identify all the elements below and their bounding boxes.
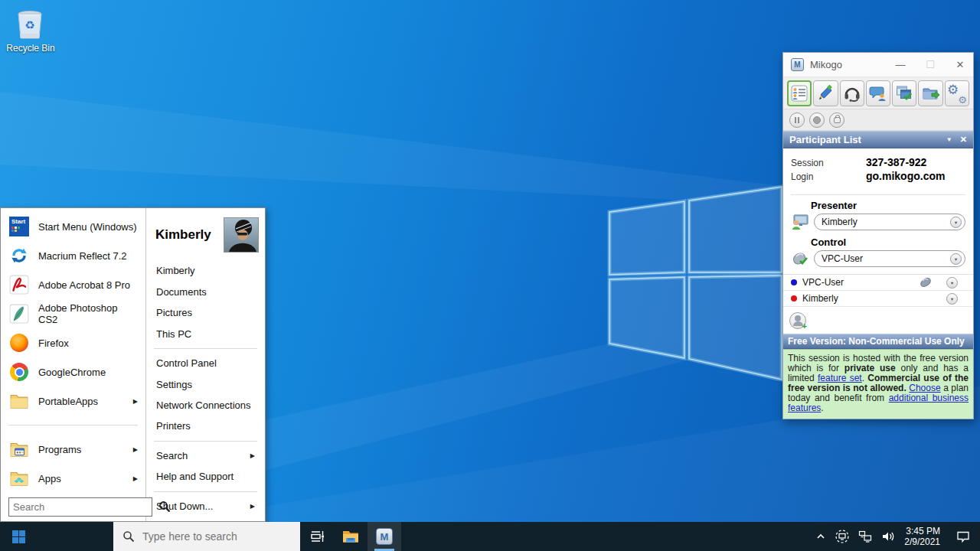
menu-item-firefox[interactable]: Firefox — [1, 328, 145, 357]
start-menu-search-input[interactable] — [8, 497, 152, 517]
presenter-dropdown[interactable]: Kimberly ▼ — [814, 214, 965, 230]
menu-item-google-chrome[interactable]: GoogleChrome — [1, 357, 145, 386]
menu-item-portableapps[interactable]: PortableApps ▶ — [1, 386, 145, 416]
submenu-arrow-icon: ▶ — [133, 398, 138, 405]
participant-row[interactable]: VPC-User ▼ — [783, 275, 973, 291]
menu-item-network-connections[interactable]: Network Connections — [146, 395, 265, 416]
minimize-button[interactable]: — — [895, 59, 906, 70]
pause-button[interactable] — [789, 112, 805, 128]
menu-item-adobe-acrobat[interactable]: Adobe Acrobat 8 Pro — [1, 270, 145, 299]
mikogo-titlebar[interactable]: M Mikogo — ☐ ✕ — [783, 53, 973, 77]
notice-link[interactable]: feature set — [818, 373, 862, 383]
whiteboard-button[interactable] — [813, 80, 838, 106]
chat-button[interactable] — [866, 80, 890, 106]
mikogo-window: M Mikogo — ☐ ✕ — [782, 52, 974, 419]
menu-item-label: Adobe Acrobat 8 Pro — [38, 279, 130, 291]
lock-button[interactable] — [829, 112, 844, 128]
menu-item-label: Settings — [156, 379, 192, 390]
speaker-icon — [880, 529, 896, 544]
menu-item-apps[interactable]: Apps ▶ — [1, 464, 145, 493]
close-panel-icon[interactable]: ✕ — [960, 135, 967, 145]
menu-item-programs[interactable]: Programs ▶ — [1, 435, 145, 464]
menu-item-documents[interactable]: Documents — [146, 281, 265, 302]
menu-item-label: GoogleChrome — [38, 367, 106, 378]
login-url: go.mikogo.com — [866, 170, 945, 182]
submenu-arrow-icon: ▶ — [250, 452, 255, 459]
control-dropdown[interactable]: VPC-User ▼ — [814, 250, 965, 267]
lock-icon — [834, 117, 841, 123]
file-explorer-icon — [341, 527, 360, 546]
voice-conference-button[interactable] — [840, 80, 864, 106]
control-row: VPC-User ▼ — [783, 250, 973, 267]
menu-item-search[interactable]: Search ▶ — [146, 445, 265, 466]
menu-item-settings[interactable]: Settings — [146, 373, 265, 394]
close-button[interactable]: ✕ — [955, 59, 965, 70]
participant-list-button[interactable] — [787, 80, 812, 106]
participant-row[interactable]: Kimberly ▼ — [783, 291, 973, 307]
user-avatar[interactable] — [224, 217, 259, 253]
notice-link[interactable]: Choose — [909, 383, 940, 393]
file-transfer-button[interactable] — [918, 80, 942, 106]
action-center-icon — [956, 529, 971, 544]
menu-item-label: Adobe Photoshop CS2 — [38, 302, 138, 325]
panel-title: Participant List — [789, 134, 861, 145]
menu-item-control-panel[interactable]: Control Panel — [146, 353, 265, 373]
dropdown-arrow-icon[interactable]: ▼ — [950, 253, 962, 265]
action-center-button[interactable] — [946, 522, 980, 551]
task-view-button[interactable] — [300, 522, 334, 551]
dropdown-arrow-icon[interactable]: ▼ — [950, 217, 962, 228]
collapse-panel-icon[interactable]: ▼ — [946, 136, 952, 143]
clock-time: 3:45 PM — [904, 526, 940, 536]
tray-volume-button[interactable] — [877, 522, 900, 551]
file-explorer-button[interactable] — [334, 522, 368, 551]
maximize-button[interactable]: ☐ — [925, 59, 936, 70]
recycle-bin-label: Recycle Bin — [6, 43, 55, 54]
menu-item-pictures[interactable]: Pictures — [146, 302, 265, 323]
tray-expand-button[interactable] — [811, 522, 831, 551]
chrome-icon — [8, 361, 30, 383]
menu-item-shut-down[interactable]: Shut Down... ▶ — [146, 496, 265, 517]
menu-item-help-and-support[interactable]: Help and Support — [146, 466, 265, 487]
menu-item-start-menu-windows[interactable]: Start Start Menu (Windows) — [1, 212, 145, 241]
mikogo-app-icon: M — [791, 58, 804, 71]
window-title: Mikogo — [810, 59, 842, 70]
participant-menu-button[interactable]: ▼ — [946, 293, 958, 305]
menu-item-macrium-reflect[interactable]: Macrium Reflect 7.2 — [1, 241, 145, 270]
tray-network-button[interactable] — [854, 522, 877, 551]
apps-folder-icon — [8, 468, 30, 489]
menu-item-user-folder[interactable]: Kimberly — [146, 260, 265, 281]
mikogo-taskbar-button[interactable]: M — [368, 522, 401, 551]
menu-item-adobe-photoshop[interactable]: Adobe Photoshop CS2 — [1, 299, 145, 328]
application-selection-button[interactable] — [892, 80, 916, 106]
menu-item-label: Printers — [156, 420, 191, 432]
participant-list-icon — [790, 84, 808, 103]
participants-list: VPC-User ▼ Kimberly ▼ — [783, 274, 973, 307]
start-menu: Start Start Menu (Windows) Macrium Refle… — [0, 207, 266, 522]
settings-button[interactable]: ⚙ ⚙ — [945, 80, 969, 106]
photoshop-icon — [8, 303, 30, 324]
user-name: Kimberly — [155, 227, 211, 243]
menu-item-label: PortableApps — [38, 396, 98, 407]
record-button[interactable] — [809, 112, 825, 128]
taskbar-search-box[interactable] — [113, 522, 300, 551]
taskbar-clock[interactable]: 3:45 PM 2/9/2021 — [900, 526, 946, 547]
chevron-up-icon — [815, 530, 827, 543]
tray-mikogo-session-button[interactable] — [831, 522, 854, 551]
start-menu-left-column: Start Start Menu (Windows) Macrium Refle… — [1, 208, 146, 521]
participant-name: VPC-User — [802, 277, 919, 288]
menu-item-label: Firefox — [38, 337, 69, 349]
taskbar: M — [0, 522, 980, 551]
menu-item-printers[interactable]: Printers — [146, 416, 265, 436]
start-button[interactable] — [0, 522, 37, 551]
voice-headset-icon — [843, 84, 861, 103]
macrium-reflect-icon — [8, 245, 30, 266]
participant-menu-button[interactable]: ▼ — [946, 277, 958, 289]
taskbar-search-input[interactable] — [142, 530, 280, 543]
presenter-icon — [791, 214, 809, 230]
free-version-notice: This session is hosted with the free ver… — [783, 349, 973, 419]
menu-item-this-pc[interactable]: This PC — [146, 323, 265, 344]
add-participant-button[interactable]: + — [789, 312, 806, 329]
menu-item-label: Shut Down... — [156, 500, 213, 512]
recycle-bin-shortcut[interactable]: ♻ Recycle Bin — [6, 5, 55, 54]
user-header: Kimberly — [146, 214, 265, 260]
